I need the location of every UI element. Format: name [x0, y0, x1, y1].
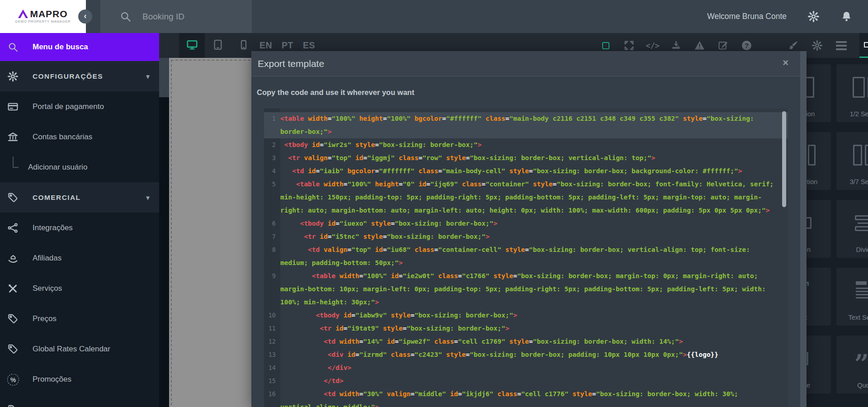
sidebar-item-portal-de-pagamento[interactable]: Portal de pagamento [0, 91, 159, 122]
line-number: 9 [264, 270, 280, 283]
code-text: <td width="14%" id="ipwe2f" class="cell … [280, 335, 788, 348]
bank-icon [7, 131, 19, 142]
sidebar-item-label: Afiliadas [33, 254, 61, 263]
block-label: Text Section [849, 314, 868, 322]
sidebar-scrollbar-thumb[interactable] [159, 58, 169, 97]
block-text-section[interactable]: Text Section [836, 268, 868, 326]
block-label: Divider [856, 246, 868, 254]
code-line-4[interactable]: 4 <td id="iaib" bgcolor="#ffffff" class=… [264, 165, 788, 178]
code-line-16[interactable]: 16 <td width="30%" valign="middle" id="i… [264, 388, 788, 407]
mobile-icon [238, 39, 250, 52]
code-line-8[interactable]: 8 <td valign="top" id="iu68" class="cont… [264, 243, 788, 270]
block-3-7-section[interactable]: 3/7 Section [836, 132, 868, 190]
booking-search-input[interactable] [142, 11, 241, 22]
code-line-14[interactable]: 14 </div> [264, 361, 788, 374]
sidebar-item-precos[interactable]: Preços [0, 303, 159, 334]
code-line-5[interactable]: 5 <table width="100%" height="0" id="ijq… [264, 178, 788, 217]
line-number: 10 [264, 309, 280, 322]
tab-blocks[interactable] [859, 33, 868, 58]
sidebar-collapse-button[interactable]: ‹ [78, 9, 92, 24]
sidebar-item-comercial[interactable]: COMERCIAL▾ [0, 182, 159, 213]
logo-brand: MAPRO [30, 9, 67, 18]
code-scrollbar-thumb[interactable] [782, 111, 786, 207]
code-text: <td valign="top" id="iu68" class="contai… [280, 243, 788, 270]
layers-menu-icon[interactable] [833, 38, 849, 53]
code-viewer[interactable]: 1<table width="100%" height="100%" bgcol… [264, 109, 788, 407]
line-number: 4 [264, 165, 280, 178]
sidebar-item-global-rates-calendar[interactable]: Global Rates Calendar [0, 334, 159, 364]
language-tab-en[interactable]: EN [259, 40, 272, 51]
code-line-11[interactable]: 11 <tr id="i9tat9" style="box-sizing: bo… [264, 322, 788, 335]
code-line-1[interactable]: 1<table width="100%" height="100%" bgcol… [264, 112, 788, 138]
notifications-bell-icon[interactable] [840, 10, 853, 23]
code-text: <div id="izrmd" class="c2423" style="box… [280, 348, 788, 361]
app-logo[interactable]: MAPRO DEMO PROPERTY MANAGER [0, 0, 86, 33]
logo-subtitle: DEMO PROPERTY MANAGER [15, 19, 71, 24]
code-text: <tbody id="iwr2s" style="box-sizing: bor… [280, 138, 788, 151]
code-line-2[interactable]: 2 <tbody id="iwr2s" style="box-sizing: b… [264, 138, 788, 151]
tag-icon [7, 313, 19, 324]
sidebar-item-servicos[interactable]: Serviços [0, 273, 159, 303]
modal-instruction: Copy the code and use it wherever you wa… [257, 88, 414, 97]
line-number: 14 [264, 361, 280, 374]
line-number: 15 [264, 374, 280, 388]
settings-icon[interactable] [809, 38, 825, 53]
search-icon [119, 10, 132, 23]
line-number: 2 [264, 138, 280, 151]
code-text: <tbody id="iabw9v" style="box-sizing: bo… [280, 309, 788, 322]
block-quote[interactable]: ””Quote [836, 336, 868, 393]
code-line-13[interactable]: 13 <div id="izrmd" class="c2423" style="… [264, 348, 788, 361]
sidebar-item-label: COMERCIAL [33, 194, 80, 202]
tag-icon [7, 192, 19, 203]
sidebar-item-contas-bancarias[interactable]: Contas bancárias [0, 122, 159, 152]
chevron-left-icon: ‹ [84, 11, 87, 21]
close-icon[interactable]: × [783, 57, 788, 69]
code-text: <td width="30%" valign="middle" id="ikjd… [280, 388, 788, 407]
code-text: <table width="100%" id="ie2w0t" class="c… [280, 270, 788, 309]
chevron-down-icon: ▾ [146, 194, 150, 201]
code-text: </td> [280, 374, 788, 388]
sidebar-item-hidden[interactable] [0, 394, 159, 407]
code-line-15[interactable]: 15 </td> [264, 374, 788, 388]
sidebar-item-integracoes[interactable]: Integrações [0, 213, 159, 243]
tag-icon [7, 404, 19, 407]
tools-icon [7, 283, 19, 294]
app-window: 1 Section1/2 Section1/3 Section3/7 Secti… [0, 0, 868, 407]
code-line-10[interactable]: 10 <tbody id="iabw9v" style="box-sizing:… [264, 309, 788, 322]
line-number: 8 [264, 243, 280, 256]
code-line-7[interactable]: 7 <tr id="i5tnc" style="box-sizing: bord… [264, 230, 788, 243]
language-tab-es[interactable]: ES [303, 40, 315, 51]
device-desktop-button[interactable] [179, 33, 205, 58]
sidebar-item-label: Promoções [33, 375, 71, 384]
device-tablet-button[interactable] [205, 33, 231, 58]
sidebar-item-label: Contas bancárias [33, 133, 92, 142]
line-number: 6 [264, 217, 280, 230]
network-icon [7, 222, 19, 233]
block-1-2-section[interactable]: 1/2 Section [836, 64, 868, 122]
sidebar-scrollbar[interactable] [159, 58, 169, 407]
code-line-12[interactable]: 12 <td width="14%" id="ipwe2f" class="ce… [264, 335, 788, 348]
logo-triangle-icon [18, 9, 28, 18]
modal-header: Export template × [251, 51, 807, 76]
sidebar-item-adicionar-usuario[interactable]: Adicionar usuário [0, 152, 159, 182]
line-number: 12 [264, 335, 280, 348]
sidebar-item-promocoes[interactable]: %Promoções [0, 364, 159, 394]
code-line-6[interactable]: 6 <tbody id="iuexo" style="box-sizing: b… [264, 217, 788, 230]
sidebar-item-label: Adicionar usuário [28, 163, 87, 172]
export-template-modal: Export template × Copy the code and use … [251, 51, 807, 407]
code-line-3[interactable]: 3 <tr valign="top" id="iggmj" class="row… [264, 151, 788, 165]
quote-icon: ”” [854, 336, 868, 382]
modal-scrollbar[interactable] [800, 51, 807, 407]
line-number: 13 [264, 348, 280, 361]
settings-gear-icon[interactable] [807, 10, 820, 23]
hand-house-icon [7, 252, 19, 264]
line-number: 7 [264, 230, 280, 243]
code-line-9[interactable]: 9 <table width="100%" id="ie2w0t" class=… [264, 270, 788, 309]
block-divider[interactable]: Divider [836, 200, 868, 258]
language-tab-pt[interactable]: PT [282, 40, 293, 51]
line-number: 3 [264, 151, 280, 165]
sidebar-item-menu-de-busca[interactable]: Menu de busca [0, 33, 159, 61]
code-text: <tr id="i5tnc" style="box-sizing: border… [280, 230, 788, 243]
sidebar-item-afiliadas[interactable]: Afiliadas [0, 243, 159, 273]
sidebar-item-configuracoes[interactable]: CONFIGURAÇÕES▾ [0, 61, 159, 91]
